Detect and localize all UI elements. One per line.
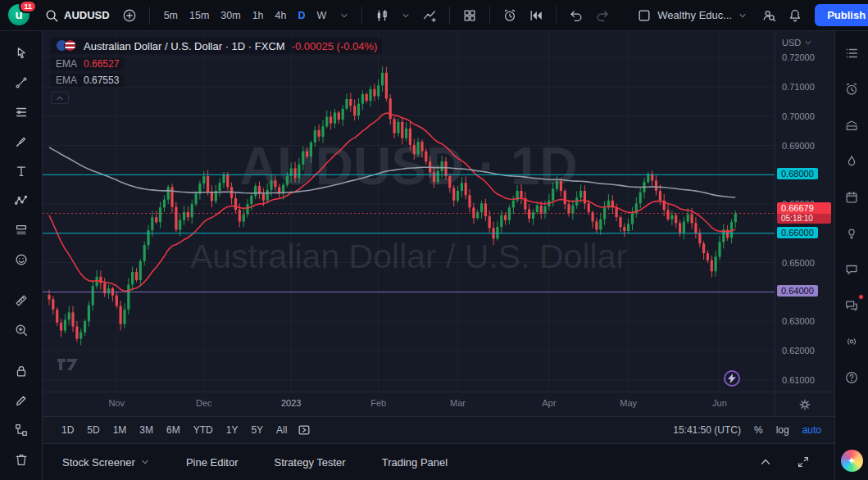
- add-symbol-button[interactable]: [118, 4, 141, 27]
- range-YTD-button[interactable]: YTD: [188, 422, 219, 438]
- sidebar-messages-button[interactable]: [838, 292, 866, 319]
- sidebar-ideas-button[interactable]: [838, 220, 866, 247]
- tool-ruler-button[interactable]: [7, 287, 35, 315]
- chevron-down-icon: [803, 38, 813, 48]
- scale-footer: [775, 392, 834, 416]
- user-menu-button[interactable]: u 11: [8, 4, 31, 27]
- publish-button[interactable]: Publish: [815, 4, 868, 26]
- time-label-May: May: [620, 398, 637, 408]
- notifications-button[interactable]: [784, 4, 807, 27]
- chart-plot[interactable]: AUDUSD · 1D Australian Dollar / U.S. Dol…: [43, 31, 775, 392]
- chevron-up-icon: [55, 93, 65, 103]
- legend-title[interactable]: Australian Dollar / U.S. Dollar · 1D · F…: [84, 40, 285, 52]
- bottom-tabs: Stock ScreenerPine EditorStrategy Tester…: [62, 456, 448, 469]
- range-All-button[interactable]: All: [270, 422, 293, 438]
- time-label-Jun: Jun: [712, 398, 727, 408]
- tab-trading-panel[interactable]: Trading Panel: [382, 456, 448, 469]
- interval-button-30m[interactable]: 30m: [215, 7, 246, 25]
- tool-zoom-in-button[interactable]: [7, 316, 35, 344]
- range-6M-button[interactable]: 6M: [161, 422, 186, 438]
- price-tick: 0.69000: [782, 141, 815, 151]
- sidebar-broadcast-button[interactable]: [838, 328, 866, 355]
- alarm-clock-icon: [502, 8, 517, 23]
- price-scale-currency[interactable]: USD: [782, 38, 813, 48]
- bar-replay-button[interactable]: [525, 4, 548, 27]
- boost-button[interactable]: [724, 370, 740, 387]
- multichart-layout-button[interactable]: [458, 4, 481, 27]
- streams-icon: [844, 154, 859, 169]
- sidebar-hotlists-button[interactable]: [838, 111, 866, 139]
- legend-collapse-button[interactable]: [51, 92, 69, 104]
- indicator-row[interactable]: EMA 0.67553: [51, 74, 124, 87]
- community-search-button[interactable]: [757, 4, 780, 27]
- interval-button-4h[interactable]: 4h: [270, 7, 293, 25]
- create-alert-button[interactable]: [498, 4, 521, 27]
- symbol-pair-icon: [56, 39, 77, 52]
- tool-long-position-button[interactable]: [7, 216, 35, 244]
- range-3M-button[interactable]: 3M: [134, 422, 159, 438]
- messages-icon: [844, 298, 859, 313]
- auto-scale-toggle[interactable]: auto: [802, 424, 821, 436]
- interval-menu-button[interactable]: [335, 7, 353, 25]
- percent-scale-toggle[interactable]: %: [754, 424, 763, 436]
- chart-style-button[interactable]: [370, 4, 393, 27]
- chart-style-menu-button[interactable]: [397, 7, 415, 25]
- range-1D-button[interactable]: 1D: [56, 422, 80, 438]
- range-5D-button[interactable]: 5D: [81, 422, 105, 438]
- hotlists-icon: [844, 118, 859, 133]
- ai-assistant-button[interactable]: ✦: [841, 450, 863, 472]
- text-icon: [14, 164, 29, 179]
- log-scale-toggle[interactable]: log: [776, 424, 789, 436]
- level-price-badge: 0.64000: [777, 285, 818, 297]
- symbol-search-button[interactable]: AUDUSD: [39, 5, 115, 26]
- panel-expand-button[interactable]: [754, 451, 777, 473]
- tool-edit-button[interactable]: [7, 387, 35, 414]
- tool-xabcd-pattern-button[interactable]: [7, 187, 35, 215]
- tab-stock-screener[interactable]: Stock Screener: [62, 456, 150, 469]
- utc-clock[interactable]: 15:41:50 (UTC): [673, 424, 741, 436]
- tool-cursor-button[interactable]: [7, 39, 35, 67]
- indicator-value: 0.66527: [84, 58, 119, 70]
- tool-fib-retracement-button[interactable]: [7, 98, 35, 126]
- layout-square-icon: [637, 8, 652, 23]
- sidebar-chat-button[interactable]: [838, 256, 866, 283]
- tool-emoji-button[interactable]: [7, 246, 35, 274]
- indicator-row[interactable]: EMA 0.66527: [51, 57, 124, 70]
- sidebar-streams-button[interactable]: [838, 147, 866, 175]
- tool-brush-button[interactable]: [7, 128, 35, 156]
- tab-pine-editor[interactable]: Pine Editor: [186, 456, 239, 469]
- range-1Y-button[interactable]: 1Y: [220, 422, 244, 438]
- chevron-down-icon: [401, 11, 411, 20]
- undo-button[interactable]: [565, 4, 588, 27]
- sidebar-watchlist-button[interactable]: [838, 39, 866, 67]
- interval-button-5m[interactable]: 5m: [158, 7, 184, 25]
- chart-area: AUDUSD · 1D Australian Dollar / U.S. Dol…: [43, 31, 834, 416]
- chart-legend: Australian Dollar / U.S. Dollar · 1D · F…: [51, 38, 382, 104]
- range-1M-button[interactable]: 1M: [107, 422, 133, 438]
- indicators-button[interactable]: [418, 4, 441, 27]
- interval-button-1h[interactable]: 1h: [247, 7, 270, 25]
- sidebar-help-button[interactable]: [838, 364, 866, 392]
- interval-button-15m[interactable]: 15m: [184, 7, 215, 25]
- redo-button[interactable]: [591, 4, 614, 27]
- tool-trend-line-button[interactable]: [7, 69, 35, 97]
- tool-object-tree-button[interactable]: [7, 416, 35, 444]
- tool-lock-button[interactable]: [7, 357, 35, 385]
- panel-maximize-button[interactable]: [792, 451, 815, 473]
- sidebar-alerts-button[interactable]: [838, 75, 866, 103]
- settings-gear-icon[interactable]: [798, 397, 812, 412]
- interval-button-W[interactable]: W: [311, 7, 333, 25]
- go-to-date-button[interactable]: [293, 419, 316, 442]
- interval-button-D[interactable]: D: [292, 7, 311, 25]
- cursor-icon: [14, 46, 29, 61]
- price-scale[interactable]: USD 0.720000.710000.700000.690000.670000…: [775, 31, 834, 416]
- layout-select[interactable]: Wealthy Educ...: [630, 5, 754, 26]
- tab-strategy-tester[interactable]: Strategy Tester: [274, 456, 345, 469]
- time-axis[interactable]: NovDec2023FebMarAprMayJun: [43, 392, 775, 416]
- tradingview-logo[interactable]: [56, 357, 82, 374]
- tool-remove-button[interactable]: [7, 446, 35, 473]
- range-5Y-button[interactable]: 5Y: [245, 422, 269, 438]
- sidebar-calendar-button[interactable]: [838, 183, 866, 211]
- tool-text-button[interactable]: [7, 157, 35, 185]
- divider: [361, 7, 362, 25]
